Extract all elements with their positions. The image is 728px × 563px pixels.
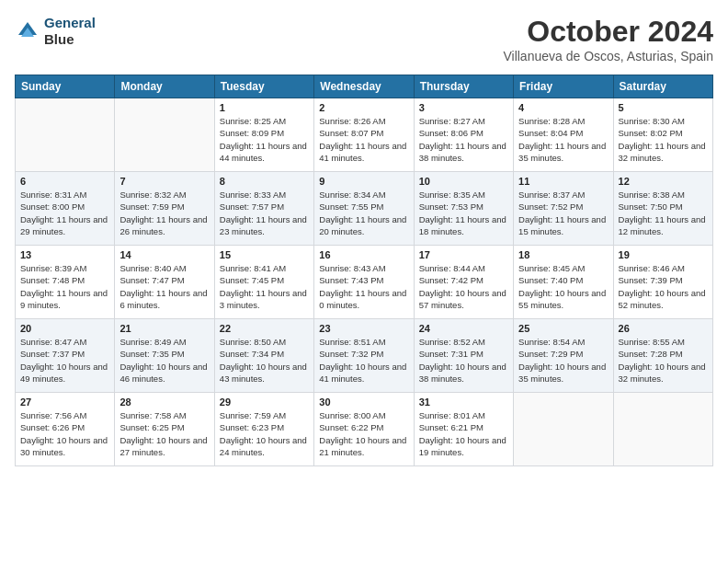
day-number: 18 [518, 249, 608, 260]
day-info: Sunrise: 8:39 AM Sunset: 7:48 PM Dayligh… [20, 262, 109, 311]
col-wednesday: Wednesday [314, 75, 414, 98]
table-row: 20Sunrise: 8:47 AM Sunset: 7:37 PM Dayli… [16, 319, 115, 393]
title-area: October 2024 Villanueva de Oscos, Asturi… [503, 15, 713, 63]
table-row [16, 98, 115, 172]
day-info: Sunrise: 8:27 AM Sunset: 8:06 PM Dayligh… [419, 115, 508, 164]
day-info: Sunrise: 8:41 AM Sunset: 7:45 PM Dayligh… [220, 262, 309, 311]
table-row: 2Sunrise: 8:26 AM Sunset: 8:07 PM Daylig… [314, 98, 414, 172]
calendar-table: Sunday Monday Tuesday Wednesday Thursday… [15, 75, 713, 466]
table-row: 16Sunrise: 8:43 AM Sunset: 7:43 PM Dayli… [314, 246, 414, 319]
col-thursday: Thursday [414, 75, 513, 98]
table-row: 7Sunrise: 8:32 AM Sunset: 7:59 PM Daylig… [115, 172, 214, 246]
day-info: Sunrise: 8:46 AM Sunset: 7:39 PM Dayligh… [619, 262, 708, 311]
month-title: October 2024 [503, 15, 713, 49]
day-info: Sunrise: 8:55 AM Sunset: 7:28 PM Dayligh… [619, 336, 708, 385]
day-number: 15 [220, 249, 309, 260]
day-number: 7 [119, 176, 209, 187]
day-info: Sunrise: 8:38 AM Sunset: 7:50 PM Dayligh… [619, 189, 708, 237]
day-info: Sunrise: 8:33 AM Sunset: 7:57 PM Dayligh… [220, 189, 309, 237]
day-info: Sunrise: 8:43 AM Sunset: 7:43 PM Dayligh… [319, 262, 408, 311]
table-row: 25Sunrise: 8:54 AM Sunset: 7:29 PM Dayli… [514, 319, 613, 393]
calendar-header-row: Sunday Monday Tuesday Wednesday Thursday… [16, 75, 713, 98]
table-row: 26Sunrise: 8:55 AM Sunset: 7:28 PM Dayli… [613, 319, 712, 393]
table-row: 12Sunrise: 8:38 AM Sunset: 7:50 PM Dayli… [613, 172, 712, 246]
table-row: 11Sunrise: 8:37 AM Sunset: 7:52 PM Dayli… [514, 172, 613, 246]
table-row [115, 98, 214, 172]
day-number: 2 [319, 102, 408, 113]
day-number: 10 [419, 176, 508, 187]
day-number: 21 [119, 323, 209, 334]
table-row: 4Sunrise: 8:28 AM Sunset: 8:04 PM Daylig… [514, 98, 613, 172]
day-number: 8 [220, 176, 309, 187]
location-subtitle: Villanueva de Oscos, Asturias, Spain [503, 49, 713, 63]
logo-icon [15, 18, 40, 44]
logo: General Blue [15, 15, 96, 48]
day-info: Sunrise: 8:30 AM Sunset: 8:02 PM Dayligh… [619, 115, 708, 164]
day-info: Sunrise: 8:49 AM Sunset: 7:35 PM Dayligh… [119, 336, 209, 385]
day-number: 3 [419, 102, 508, 113]
day-number: 11 [518, 176, 608, 187]
day-info: Sunrise: 8:44 AM Sunset: 7:42 PM Dayligh… [419, 262, 508, 311]
table-row: 23Sunrise: 8:51 AM Sunset: 7:32 PM Dayli… [314, 319, 414, 393]
table-row: 24Sunrise: 8:52 AM Sunset: 7:31 PM Dayli… [414, 319, 513, 393]
day-number: 16 [319, 249, 408, 260]
day-info: Sunrise: 8:28 AM Sunset: 8:04 PM Dayligh… [518, 115, 608, 164]
col-friday: Friday [514, 75, 613, 98]
calendar-week-row: 1Sunrise: 8:25 AM Sunset: 8:09 PM Daylig… [16, 98, 713, 172]
table-row: 30Sunrise: 8:00 AM Sunset: 6:22 PM Dayli… [314, 393, 414, 466]
day-info: Sunrise: 8:31 AM Sunset: 8:00 PM Dayligh… [20, 189, 109, 237]
day-number: 20 [20, 323, 109, 334]
day-number: 9 [319, 176, 408, 187]
table-row: 17Sunrise: 8:44 AM Sunset: 7:42 PM Dayli… [414, 246, 513, 319]
table-row: 21Sunrise: 8:49 AM Sunset: 7:35 PM Dayli… [115, 319, 214, 393]
day-number: 30 [319, 396, 408, 408]
day-number: 14 [119, 249, 209, 260]
day-number: 6 [20, 176, 109, 187]
day-info: Sunrise: 8:00 AM Sunset: 6:22 PM Dayligh… [319, 409, 408, 458]
day-info: Sunrise: 8:51 AM Sunset: 7:32 PM Dayligh… [319, 336, 408, 385]
calendar-week-row: 20Sunrise: 8:47 AM Sunset: 7:37 PM Dayli… [16, 319, 713, 393]
table-row [613, 393, 712, 466]
day-number: 28 [119, 396, 209, 408]
table-row: 18Sunrise: 8:45 AM Sunset: 7:40 PM Dayli… [514, 246, 613, 319]
header: General Blue October 2024 Villanueva de … [15, 15, 713, 63]
day-number: 27 [20, 396, 109, 408]
table-row: 14Sunrise: 8:40 AM Sunset: 7:47 PM Dayli… [115, 246, 214, 319]
day-number: 22 [220, 323, 309, 334]
day-info: Sunrise: 8:01 AM Sunset: 6:21 PM Dayligh… [419, 409, 508, 458]
table-row: 5Sunrise: 8:30 AM Sunset: 8:02 PM Daylig… [613, 98, 712, 172]
day-number: 5 [619, 102, 708, 113]
col-saturday: Saturday [613, 75, 712, 98]
day-info: Sunrise: 8:50 AM Sunset: 7:34 PM Dayligh… [220, 336, 309, 385]
day-number: 29 [220, 396, 309, 408]
day-number: 26 [619, 323, 708, 334]
day-info: Sunrise: 8:40 AM Sunset: 7:47 PM Dayligh… [119, 262, 209, 311]
table-row: 8Sunrise: 8:33 AM Sunset: 7:57 PM Daylig… [214, 172, 313, 246]
day-info: Sunrise: 8:26 AM Sunset: 8:07 PM Dayligh… [319, 115, 408, 164]
table-row: 15Sunrise: 8:41 AM Sunset: 7:45 PM Dayli… [214, 246, 313, 319]
table-row: 10Sunrise: 8:35 AM Sunset: 7:53 PM Dayli… [414, 172, 513, 246]
table-row: 28Sunrise: 7:58 AM Sunset: 6:25 PM Dayli… [115, 393, 214, 466]
day-info: Sunrise: 8:25 AM Sunset: 8:09 PM Dayligh… [220, 115, 309, 164]
day-number: 25 [518, 323, 608, 334]
day-info: Sunrise: 8:32 AM Sunset: 7:59 PM Dayligh… [119, 189, 209, 237]
day-info: Sunrise: 8:47 AM Sunset: 7:37 PM Dayligh… [20, 336, 109, 385]
calendar-week-row: 13Sunrise: 8:39 AM Sunset: 7:48 PM Dayli… [16, 246, 713, 319]
table-row: 3Sunrise: 8:27 AM Sunset: 8:06 PM Daylig… [414, 98, 513, 172]
day-number: 23 [319, 323, 408, 334]
col-tuesday: Tuesday [214, 75, 313, 98]
day-number: 31 [419, 396, 508, 408]
day-number: 13 [20, 249, 109, 260]
table-row [514, 393, 613, 466]
day-number: 19 [619, 249, 708, 260]
day-info: Sunrise: 7:58 AM Sunset: 6:25 PM Dayligh… [119, 409, 209, 458]
day-info: Sunrise: 7:59 AM Sunset: 6:23 PM Dayligh… [220, 409, 309, 458]
day-info: Sunrise: 8:35 AM Sunset: 7:53 PM Dayligh… [419, 189, 508, 237]
calendar-week-row: 27Sunrise: 7:56 AM Sunset: 6:26 PM Dayli… [16, 393, 713, 466]
day-number: 1 [220, 102, 309, 113]
day-number: 24 [419, 323, 508, 334]
col-sunday: Sunday [16, 75, 115, 98]
table-row: 13Sunrise: 8:39 AM Sunset: 7:48 PM Dayli… [16, 246, 115, 319]
day-info: Sunrise: 8:52 AM Sunset: 7:31 PM Dayligh… [419, 336, 508, 385]
table-row: 1Sunrise: 8:25 AM Sunset: 8:09 PM Daylig… [214, 98, 313, 172]
